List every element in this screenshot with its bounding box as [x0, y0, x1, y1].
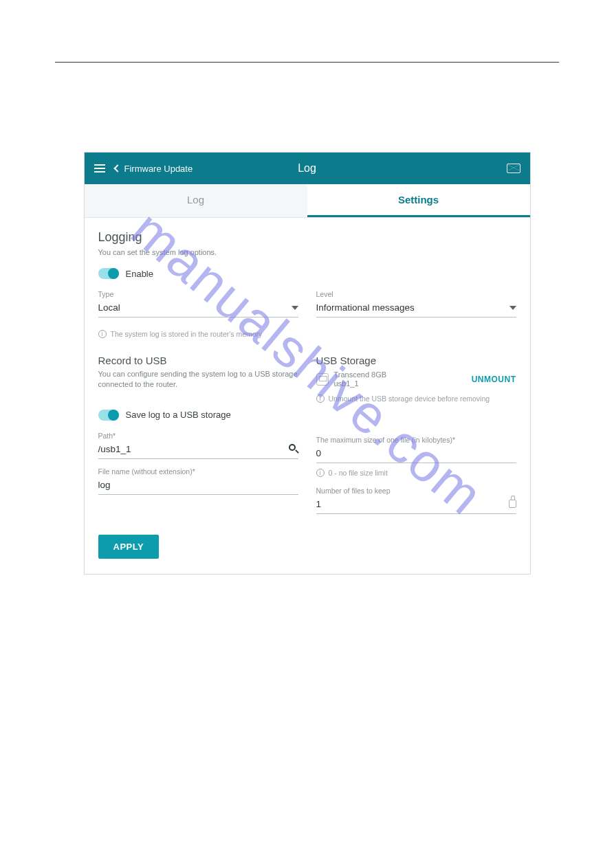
- lock-icon: [509, 500, 516, 508]
- path-label: Path*: [98, 432, 298, 440]
- info-icon: i: [98, 330, 107, 338]
- maxsize-note-text: 0 - no file size limit: [329, 469, 388, 477]
- enable-toggle-label: Enable: [126, 269, 153, 279]
- record-usb-desc: You can configure sending the system log…: [98, 369, 298, 389]
- type-select[interactable]: Local: [98, 300, 298, 318]
- filename-value: log: [98, 480, 298, 490]
- logging-heading: Logging: [98, 230, 516, 245]
- usb-device-icon: [316, 373, 329, 386]
- enable-toggle[interactable]: [98, 268, 119, 279]
- info-icon: i: [316, 469, 325, 477]
- chevron-down-icon: [509, 306, 516, 310]
- page-divider: [55, 62, 559, 63]
- app-window: manualshive.com Firmware Update Log Log …: [84, 152, 531, 575]
- record-usb-heading: Record to USB: [98, 355, 298, 366]
- level-select[interactable]: Informational messages: [316, 300, 516, 318]
- path-value: /usb1_1: [98, 444, 289, 454]
- maxsize-note: i 0 - no file size limit: [316, 469, 516, 477]
- type-value: Local: [98, 302, 292, 313]
- unmount-button[interactable]: UNMOUNT: [472, 375, 516, 384]
- info-icon: i: [316, 394, 325, 403]
- mail-icon[interactable]: [507, 164, 520, 173]
- breadcrumb-label: Firmware Update: [124, 164, 193, 174]
- top-bar: Firmware Update Log: [85, 153, 530, 184]
- search-icon[interactable]: [289, 444, 298, 454]
- breadcrumb-back[interactable]: Firmware Update: [115, 164, 193, 174]
- maxsize-label: The maximum size of one file (in kilobyt…: [316, 436, 516, 444]
- unmount-note: i Unmount the USB storage device before …: [316, 394, 516, 403]
- storage-note: i The system log is stored in the router…: [98, 330, 516, 338]
- keep-value: 1: [316, 499, 509, 509]
- chevron-down-icon: [292, 306, 298, 310]
- usb-device-mount: usb1_1: [334, 379, 472, 388]
- path-input[interactable]: /usb1_1: [98, 441, 298, 459]
- type-label: Type: [98, 290, 298, 298]
- tab-bar: Log Settings: [85, 184, 530, 218]
- keep-label: Number of files to keep: [316, 487, 516, 495]
- maxsize-value: 0: [316, 448, 516, 458]
- logging-desc: You can set the system log options.: [98, 247, 516, 257]
- usb-device-name: Transcend 8GB: [334, 370, 472, 379]
- unmount-note-text: Unmount the USB storage device before re…: [329, 394, 490, 403]
- filename-label: File name (without extension)*: [98, 467, 298, 476]
- usb-storage-heading: USB Storage: [316, 355, 516, 366]
- menu-icon[interactable]: [94, 162, 105, 175]
- save-usb-toggle-label: Save log to a USB storage: [126, 410, 231, 420]
- content-area: Logging You can set the system log optio…: [85, 218, 530, 574]
- maxsize-input[interactable]: 0: [316, 445, 516, 463]
- level-label: Level: [316, 290, 516, 298]
- storage-note-text: The system log is stored in the router's…: [111, 330, 263, 338]
- keep-input[interactable]: 1: [316, 496, 516, 514]
- level-value: Informational messages: [316, 302, 509, 313]
- tab-settings[interactable]: Settings: [307, 184, 530, 217]
- apply-button[interactable]: APPLY: [98, 535, 160, 559]
- tab-log[interactable]: Log: [85, 184, 307, 217]
- chevron-left-icon: [113, 164, 121, 172]
- save-usb-toggle[interactable]: [98, 410, 119, 421]
- usb-device-info: Transcend 8GB usb1_1: [334, 370, 472, 388]
- filename-input[interactable]: log: [98, 477, 298, 495]
